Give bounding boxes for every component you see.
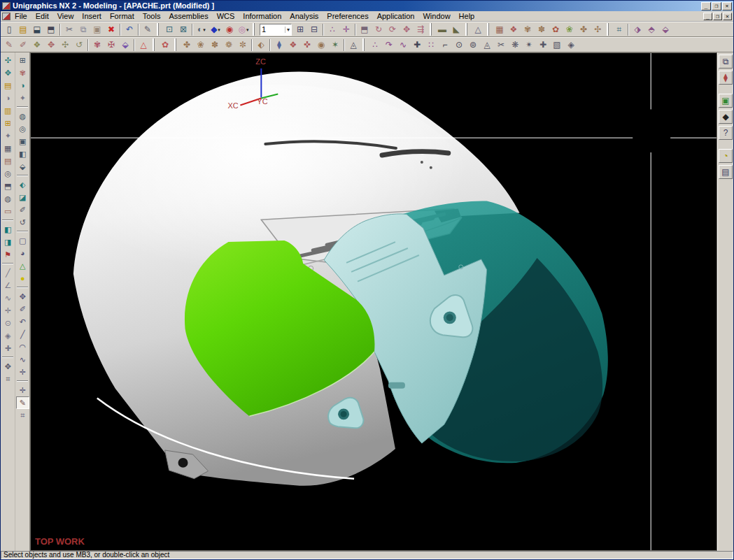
regenerate-work-button[interactable]: ⟳ [386,23,400,36]
minimize-button[interactable]: _ [701,2,711,10]
measure-distance-button[interactable]: ▬ [435,23,449,36]
cube-shaded-button[interactable]: ◕ [16,247,29,259]
view-fan-button[interactable]: ✣ [1,54,15,66]
sparkle-button[interactable]: ✦ [16,92,29,104]
menu-edit[interactable]: Edit [31,11,53,21]
update-structure-button[interactable]: ⇶ [414,23,428,36]
menu-insert[interactable]: Insert [78,11,106,21]
navigator-window-1-button[interactable]: ⬗ [630,23,644,36]
dial-button[interactable]: ◎ [1,167,15,180]
cut-button[interactable]: ✂ [62,23,76,36]
folder-parts-button[interactable]: ▥ [1,104,15,117]
layer-visible-in-view-button[interactable]: ⊟ [307,23,321,36]
feature-trim-button[interactable]: ✤ [577,23,591,36]
chevron-down-icon[interactable]: ▾ [203,27,206,32]
snapshot-button[interactable]: ◎▾ [237,23,250,36]
child-restore-button[interactable]: ❐ [713,13,722,20]
circle-center-tool-button[interactable]: ⊚ [466,38,480,52]
join-curve-button[interactable]: ✚ [536,38,550,52]
cue-help-button[interactable]: ? [719,126,733,140]
notes-pad-button[interactable]: ▤ [719,165,733,179]
subtract-button[interactable]: ❖ [286,38,300,52]
spline-seg-button[interactable]: ∿ [16,353,29,366]
save-button[interactable]: ⬓ [30,23,44,36]
refresh-views-button[interactable]: ✥ [400,23,414,36]
image-capture-button[interactable]: ▣ [719,94,733,108]
child-close-button[interactable]: ✕ [723,13,732,20]
menu-window[interactable]: Window [418,11,454,21]
move-tool-button[interactable]: ✥ [1,360,15,373]
refresh-display-button[interactable]: ⊡ [162,23,176,36]
spline-tool-button[interactable]: ∿ [396,38,410,52]
fillet-tool-button[interactable]: ◬ [480,38,494,52]
snap-angle-button[interactable]: ✛ [339,23,353,36]
menu-format[interactable]: Format [106,11,139,21]
pan-tool-button[interactable]: ✥ [16,290,29,303]
open-folder-button[interactable]: ▤ [1,79,15,92]
chevron-down-icon[interactable]: ▾ [285,27,290,33]
target-point-button[interactable]: ◈ [1,329,15,342]
feature-box-button[interactable]: ▦ [493,23,507,36]
feature-sew-button[interactable]: ✣ [591,23,605,36]
measure-angle-button[interactable]: ◣ [449,23,463,36]
boss-button[interactable]: ✤ [180,38,194,52]
rotate-tool-button[interactable]: ↺ [16,216,29,229]
undo-curve-button[interactable]: ↶ [16,315,29,328]
view-rotate-button[interactable]: ✥ [1,66,15,79]
circle-point-button[interactable]: ⊙ [1,317,15,329]
print-button[interactable]: ⬒ [44,23,58,36]
connector-button[interactable]: ✦ [1,129,15,142]
cone-button[interactable]: △ [136,38,150,52]
pocket-button[interactable]: ❀ [194,38,208,52]
menu-help[interactable]: Help [455,11,479,21]
update-display-button[interactable]: ↻ [372,23,386,36]
menu-tools[interactable]: Tools [139,11,165,21]
display-mode-button[interactable]: ◐▾ [195,23,209,36]
cone-primitive-button[interactable]: △ [16,259,29,272]
pen-tool-button[interactable]: ✐ [16,203,29,216]
instance-feature-button[interactable]: ⬖ [254,38,268,52]
palette-button[interactable]: ✾ [16,66,29,79]
sweep-button[interactable]: ⬙ [118,38,132,52]
datum-csys-button[interactable]: ✣ [58,38,72,52]
offset-curve-button[interactable]: ◈ [564,38,578,52]
feature-hollow-button[interactable]: ✿ [549,23,563,36]
work-layer-combo[interactable]: 1▾ [260,24,292,36]
menu-analysis[interactable]: Analysis [285,11,323,21]
new-part-button[interactable]: ▯ [2,23,16,36]
groove-button[interactable]: ❁ [222,38,236,52]
feature-boolean-button[interactable]: ❖ [507,23,521,36]
intersect-button[interactable]: ✜ [300,38,314,52]
layer-stack-button[interactable]: ⬙ [16,160,29,173]
keypad-button[interactable]: ▦ [1,142,15,155]
layer-settings-button[interactable]: ⊞ [293,23,307,36]
add-part-button[interactable]: ⊞ [1,117,15,129]
project-curve-button[interactable]: ▧ [550,38,564,52]
slot-button[interactable]: ✼ [236,38,250,52]
grip-tool-button[interactable]: ◑ [1,92,15,104]
curve-tool-button[interactable]: ∿ [1,292,15,304]
feature-chamfer-button[interactable]: ✽ [535,23,549,36]
snap-grid-button[interactable]: ⌗ [16,409,29,422]
assembly-navigator-button[interactable]: ⧉ [719,55,733,69]
history-clock-button[interactable]: ◔ [719,149,733,163]
navigator-window-3-button[interactable]: ⬙ [658,23,672,36]
angle-tool-button[interactable]: ∠ [1,279,15,292]
menu-information[interactable]: Information [239,11,285,21]
divide-curve-button[interactable]: ❋ [508,38,522,52]
close-button[interactable]: ✕ [722,2,732,10]
orient-view-button[interactable]: ◆▾ [209,23,223,36]
extrude-button[interactable]: ✾ [90,38,104,52]
paste-button[interactable]: ▣ [90,23,104,36]
address-book-button[interactable]: ▤ [1,155,15,167]
hole-button[interactable]: ✿ [158,38,172,52]
sketch-pen-button[interactable]: ✐ [16,303,29,315]
edit-curve-button[interactable]: ✴ [522,38,536,52]
active-sketch-tool-button[interactable]: ✎ [16,396,29,409]
transform-left-button[interactable]: ⬖ [16,178,29,191]
card-button[interactable]: ▭ [1,205,15,217]
sphere-primitive-button[interactable]: ● [16,272,29,285]
datum-axis-button[interactable]: ✥ [44,38,58,52]
menu-wcs[interactable]: WCS [213,11,239,21]
layer-square-button[interactable]: ▣ [16,135,29,148]
